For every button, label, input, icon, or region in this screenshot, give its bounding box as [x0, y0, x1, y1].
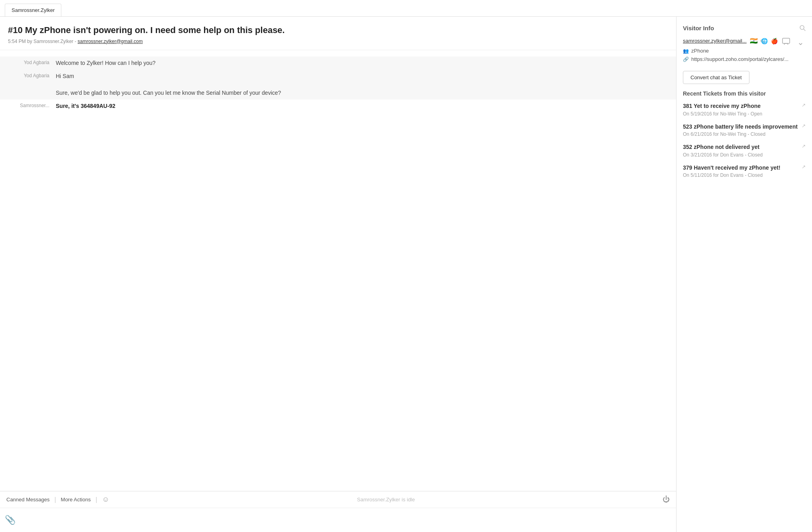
- visitor-email-row: samrossner.zylker@gmail... 🇮🇳 🌐 🍎: [683, 37, 806, 45]
- message-sender: Samrossner...: [8, 102, 56, 108]
- ticket-title: 381 Yet to receive my zPhone: [683, 102, 798, 110]
- convert-ticket-button[interactable]: Convert chat as Ticket: [683, 71, 749, 84]
- more-actions-button[interactable]: More Actions: [61, 497, 91, 503]
- company-row: 👥 zPhone: [683, 48, 806, 54]
- emoji-button[interactable]: ☺: [102, 495, 109, 504]
- external-link-icon[interactable]: ↗: [802, 143, 806, 149]
- ticket-title: 523 zPhone battery life needs improvemen…: [683, 123, 798, 131]
- chat-header: #10 My zPhone isn't powering on. I need …: [0, 17, 676, 50]
- ticket-meta: On 5/19/2016 for No-Wei Ting - Open: [683, 111, 806, 117]
- ticket-meta: On 5/11/2016 for Don Evans - Closed: [683, 172, 806, 178]
- chat-title: #10 My zPhone isn't powering on. I need …: [8, 25, 668, 36]
- list-item[interactable]: 381 Yet to receive my zPhone↗On 5/19/201…: [683, 102, 806, 117]
- chat-subtitle: 5:54 PM by Samrossner.Zylker - samrossne…: [8, 39, 668, 44]
- separator-1: |: [54, 496, 56, 503]
- search-icon[interactable]: [799, 25, 806, 33]
- list-item[interactable]: 379 Haven't received my zPhone yet!↗On 5…: [683, 164, 806, 178]
- browser-icon: 🌐: [761, 38, 768, 44]
- ticket-title: 352 zPhone not delivered yet: [683, 143, 798, 151]
- attach-icon[interactable]: 📎: [5, 515, 16, 525]
- company-icon: 👥: [683, 48, 689, 54]
- message-content: Hi Sam Sure, we'd be glad to help you ou…: [56, 72, 668, 97]
- external-link-icon[interactable]: ↗: [802, 123, 806, 129]
- canned-messages-button[interactable]: Canned Messages: [6, 497, 49, 503]
- message-content: Welcome to Zylker! How can I help you?: [56, 59, 668, 67]
- svg-line-2: [804, 29, 805, 31]
- chat-tab[interactable]: Samrossner.Zylker: [5, 4, 61, 16]
- visitor-email-link[interactable]: samrossner.zylker@gmail.com: [78, 39, 143, 44]
- chat-messages: Yod AgbariaWelcome to Zylker! How can I …: [0, 50, 676, 491]
- chat-footer: Canned Messages | More Actions | ☺ Samro…: [0, 491, 676, 532]
- separator-2: |: [96, 496, 97, 503]
- external-link-icon[interactable]: ↗: [802, 102, 806, 108]
- company-name: zPhone: [691, 48, 709, 54]
- right-sidebar: Visitor Info samrossner.zylker@gmail... …: [677, 17, 812, 532]
- message-input[interactable]: [20, 514, 671, 526]
- power-button[interactable]: ⏻: [663, 495, 670, 504]
- list-item[interactable]: 523 zPhone battery life needs improvemen…: [683, 123, 806, 137]
- ticket-meta: On 3/21/2016 for Don Evans - Closed: [683, 152, 806, 158]
- external-link-icon[interactable]: ↗: [802, 164, 806, 170]
- message-input-area: 📎: [0, 508, 676, 532]
- ticket-meta: On 6/21/2016 for No-Wei Ting - Closed: [683, 131, 806, 137]
- visitor-info-title: Visitor Info: [683, 25, 806, 31]
- message-sender: Yod Agbaria: [8, 59, 56, 65]
- os-icon: 🍎: [771, 38, 778, 44]
- message-sender: Yod Agbaria: [8, 72, 56, 78]
- message-row: Yod AgbariaWelcome to Zylker! How can I …: [0, 57, 676, 70]
- recent-tickets-title: Recent Tickets from this visitor: [683, 90, 806, 97]
- visitor-url: https://support.zoho.com/portal/zylcares…: [691, 56, 788, 62]
- message-row: Samrossner...Sure, it's 364849AU-92: [0, 100, 676, 113]
- message-row: Yod AgbariaHi Sam Sure, we'd be glad to …: [0, 70, 676, 100]
- url-row: 🔗 https://support.zoho.com/portal/zylcar…: [683, 56, 806, 62]
- url-icon: 🔗: [683, 57, 689, 62]
- flag-icon: 🇮🇳: [750, 37, 758, 45]
- status-text: Samrossner.Zylker is idle: [114, 497, 658, 503]
- message-content: Sure, it's 364849AU-92: [56, 102, 668, 110]
- ticket-title: 379 Haven't received my zPhone yet!: [683, 164, 798, 172]
- visitor-email[interactable]: samrossner.zylker@gmail...: [683, 38, 747, 44]
- list-item[interactable]: 352 zPhone not delivered yet↗On 3/21/201…: [683, 143, 806, 158]
- tickets-list: 381 Yet to receive my zPhone↗On 5/19/201…: [683, 102, 806, 178]
